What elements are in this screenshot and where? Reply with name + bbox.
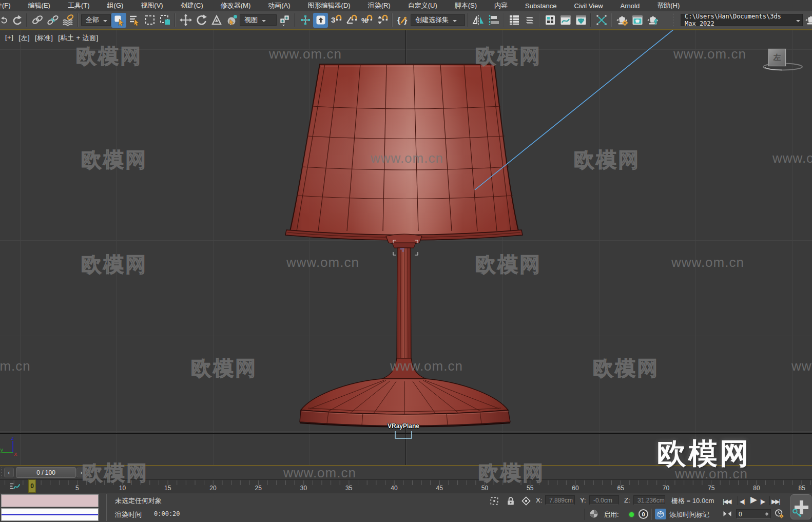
unlink-icon[interactable] [45, 13, 60, 28]
menu-item-10[interactable]: 自定义(U) [399, 1, 446, 10]
time-slider-handle[interactable]: 0 / 100 [16, 467, 76, 478]
viewport-maximize-label[interactable]: [+] [5, 33, 13, 43]
isometric-cube-button[interactable] [655, 509, 666, 519]
select-and-rotate-button[interactable] [194, 13, 208, 28]
menu-item-12[interactable]: 内容 [486, 1, 516, 10]
viewcube-face-label[interactable]: 左 [774, 53, 781, 63]
coord-y-field[interactable]: -0.0cm [589, 495, 619, 505]
go-to-end-button[interactable]: ▶▶| [771, 496, 780, 506]
spinner-snap-toggle[interactable] [375, 13, 390, 28]
bind-to-spacewarp-icon[interactable] [61, 13, 75, 28]
playback-separator [738, 496, 738, 505]
percent-snap-toggle[interactable] [359, 13, 374, 28]
menu-item-4[interactable]: 视图(V) [132, 1, 171, 10]
progress-pie-icon[interactable] [588, 508, 600, 519]
play-button[interactable]: ▶ [750, 494, 756, 505]
project-folder-dropdown[interactable]: C:\Users\Han\Documents\3ds Max 2022 [681, 14, 803, 26]
absolute-mode-icon[interactable] [520, 495, 532, 507]
select-and-manipulate-button[interactable] [298, 13, 313, 28]
select-and-place-button[interactable] [224, 13, 239, 28]
current-frame-marker[interactable]: 0 [28, 479, 36, 493]
coord-z-field[interactable]: 31.236cm [633, 495, 665, 505]
select-object-button[interactable] [111, 13, 126, 28]
menu-item-9[interactable]: 渲染(R) [359, 1, 399, 10]
menu-item-6[interactable]: 修改器(M) [212, 1, 260, 10]
layer-explorer-button[interactable] [522, 13, 537, 28]
mirror-button[interactable] [471, 13, 486, 28]
align-button[interactable] [486, 13, 501, 28]
frame-label-45: 45 [436, 485, 443, 492]
rect-selection-region-button[interactable] [142, 13, 157, 28]
viewcube[interactable]: 左 [768, 49, 786, 66]
ribbon-toggle-button[interactable] [543, 13, 557, 28]
keyboard-override-toggle[interactable] [313, 13, 328, 28]
menu-item-2[interactable]: 工具(T) [59, 1, 99, 10]
selection-filter-dropdown[interactable]: 全部 [81, 14, 111, 26]
menu-item-8[interactable]: 图形编辑器(D) [299, 1, 359, 10]
render-production-button[interactable] [645, 13, 660, 28]
reference-coordinate-dropdown[interactable]: 视图 [240, 14, 277, 26]
time-slider-grip[interactable] [1, 468, 3, 477]
window-crossing-toggle[interactable] [158, 13, 172, 28]
viewport-renderer-label[interactable]: [标准] [35, 33, 53, 43]
menu-item-7[interactable]: 动画(A) [259, 1, 299, 10]
curve-editor-button[interactable] [558, 13, 573, 28]
menu-item-5[interactable]: 创建(C) [172, 1, 212, 10]
key-mode-toggle-icon[interactable] [722, 508, 733, 519]
select-and-move-button[interactable] [178, 13, 193, 28]
frame-spinner[interactable] [765, 512, 768, 516]
scene-explorer-button[interactable] [507, 13, 521, 28]
go-to-start-button[interactable]: |◀◀ [723, 496, 731, 506]
frame-label-25: 25 [255, 485, 262, 492]
frame-label-55: 55 [527, 485, 533, 492]
viewport-label[interactable]: [+] [左] [标准] [粘土 + 边面] [5, 33, 99, 43]
coord-y-label: Y: [580, 496, 586, 504]
selection-lock-icon[interactable] [505, 495, 516, 507]
menu-item-1[interactable]: 编辑(E) [20, 1, 59, 10]
chevron-down-icon [796, 20, 800, 24]
material-editor-button[interactable] [594, 13, 609, 28]
coord-x-field[interactable]: 7.889cm [545, 495, 575, 505]
viewport-view-label[interactable]: [左] [18, 33, 30, 43]
mini-curve-editor-icon[interactable] [9, 481, 21, 492]
axis-y-label: y [0, 447, 4, 453]
maxscript-listener-panel[interactable] [1, 508, 99, 521]
next-frame-button[interactable]: |▶ [760, 496, 764, 506]
menu-item-0[interactable]: 件(F) [0, 1, 20, 10]
angle-snap-toggle[interactable] [344, 13, 359, 28]
menu-item-11[interactable]: 脚本(S) [446, 1, 486, 10]
isolate-selection-icon[interactable] [489, 495, 500, 507]
menu-item-16[interactable]: 帮助(H) [648, 1, 688, 10]
axis-z-label: z [11, 435, 14, 441]
redo-icon[interactable] [9, 13, 24, 28]
use-pivot-center-button[interactable] [277, 13, 292, 28]
previous-frame-button[interactable]: ◀| [740, 496, 744, 506]
frame-back-arrow[interactable]: ‹ [4, 468, 14, 477]
add-key-button[interactable] [790, 494, 811, 519]
add-time-tag-label[interactable]: 添加时间标记 [669, 510, 709, 519]
mute-badge[interactable]: 0 [639, 509, 648, 519]
named-selection-sets-dropdown[interactable]: 创建选择集 [411, 14, 465, 26]
viewport-left[interactable]: [+] [左] [标准] [粘土 + 边面] VRayPlane 左 z y x [0, 29, 812, 466]
viewport-shading-label[interactable]: [粘土 + 边面] [58, 33, 99, 43]
toolbar-overflow-icon[interactable] [803, 13, 812, 28]
menu-item-15[interactable]: Arnold [612, 2, 649, 10]
edit-named-selection-sets-button[interactable] [395, 13, 410, 28]
select-by-name-button[interactable] [127, 13, 142, 28]
link-icon[interactable] [30, 13, 45, 28]
menu-item-3[interactable]: 组(G) [99, 1, 132, 10]
object-name-label: VRayPlane [385, 422, 422, 430]
track-bar[interactable]: 510152025303540455055606570758085 0 [0, 479, 812, 493]
rendered-frame-window-button[interactable] [630, 13, 645, 28]
select-and-scale-button[interactable] [209, 13, 224, 28]
menu-item-13[interactable]: Substance [516, 2, 565, 10]
snap-toggle-3d-button[interactable] [328, 13, 343, 28]
undo-icon[interactable] [0, 13, 9, 28]
frame-forward-arrow[interactable]: › [76, 468, 86, 477]
schematic-view-button[interactable] [573, 13, 588, 28]
time-configuration-icon[interactable] [774, 508, 785, 519]
render-setup-button[interactable] [614, 13, 629, 28]
macro-recorder-panel[interactable] [1, 494, 99, 507]
menu-item-14[interactable]: Civil View [566, 2, 612, 10]
current-frame-field[interactable]: 0 [736, 509, 771, 519]
